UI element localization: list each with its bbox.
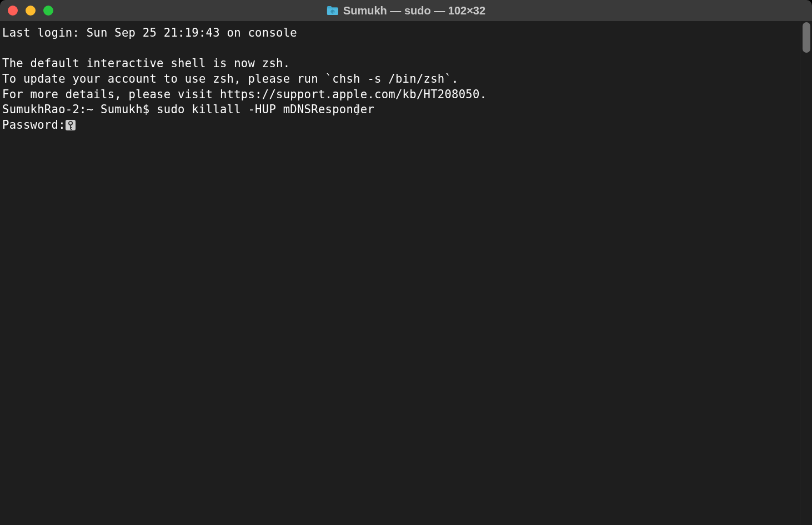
last-login-line: Last login: Sun Sep 25 21:19:43 on conso… — [2, 26, 297, 39]
zsh-notice-line-2: To update your account to use zsh, pleas… — [2, 72, 459, 85]
shell-prompt: SumukhRao-2:~ Sumukh$ — [2, 103, 157, 116]
scrollbar-thumb[interactable] — [803, 22, 810, 53]
window-title: Sumukh — sudo — 102×32 — [327, 4, 485, 17]
zsh-notice-line-3: For more details, please visit https://s… — [2, 88, 487, 101]
zsh-notice-line-1: The default interactive shell is now zsh… — [2, 57, 290, 70]
close-button[interactable] — [8, 6, 18, 16]
terminal-window: Sumukh — sudo — 102×32 Last login: Sun S… — [0, 0, 812, 525]
terminal-body-wrap: Last login: Sun Sep 25 21:19:43 on conso… — [0, 21, 812, 525]
key-icon — [66, 120, 76, 130]
window-controls — [8, 6, 53, 16]
prompt-line: SumukhRao-2:~ Sumukh$ sudo killall -HUP … — [2, 103, 374, 116]
titlebar[interactable]: Sumukh — sudo — 102×32 — [0, 0, 812, 21]
entered-command: sudo killall -HUP mDNSResponder — [157, 103, 374, 116]
line-end-bracket: ] — [354, 102, 361, 118]
scrollbar-track[interactable] — [800, 21, 812, 525]
zoom-button[interactable] — [43, 6, 53, 16]
password-prompt: Password: — [2, 118, 66, 132]
minimize-button[interactable] — [26, 6, 36, 16]
terminal-body[interactable]: Last login: Sun Sep 25 21:19:43 on conso… — [0, 21, 800, 525]
folder-icon — [327, 6, 339, 16]
window-title-text: Sumukh — sudo — 102×32 — [343, 4, 485, 17]
svg-point-3 — [69, 122, 72, 125]
